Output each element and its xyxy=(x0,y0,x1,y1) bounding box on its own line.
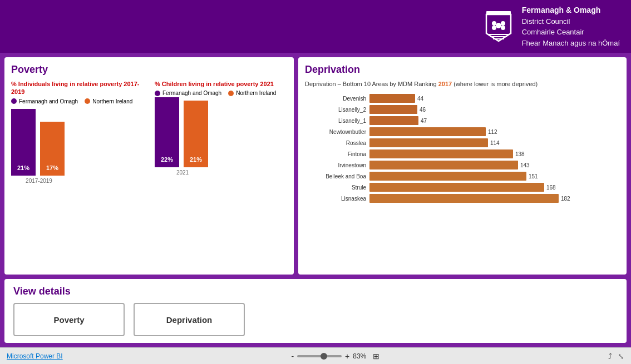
svg-point-8 xyxy=(492,26,496,30)
legend-ni-1: Northern Ireland xyxy=(85,98,132,104)
share-icon[interactable]: ⤴ xyxy=(608,352,612,361)
deprivation-chart: Devenish44Lisanelly_246Lisanelly_147Newt… xyxy=(305,94,620,203)
horiz-bar-fill xyxy=(369,161,518,169)
horiz-bar-label: Lisanelly_1 xyxy=(305,118,366,124)
horiz-bar-fill xyxy=(369,183,544,192)
deprivation-subtitle-pre: Deprivation – Bottom 10 Areas by MDM Ran… xyxy=(305,81,438,87)
horiz-bar-track: 47 xyxy=(369,116,620,125)
poverty-chart2: % Children living in relative poverty 20… xyxy=(155,80,287,187)
legend-dot-orange-2 xyxy=(228,91,234,96)
horiz-bar-fill xyxy=(369,94,415,103)
horiz-bar-fill xyxy=(369,138,488,147)
horiz-bar-value: 182 xyxy=(561,196,570,202)
bar-ni-2-wrap: 21% xyxy=(184,101,208,167)
chart2-subtitle-text: % Children living in relative poverty 20… xyxy=(155,81,274,87)
horiz-bar-label: Lisanelly_2 xyxy=(305,107,366,113)
svg-point-6 xyxy=(492,21,496,26)
zoom-thumb xyxy=(321,353,327,360)
horiz-bar-label: Strule xyxy=(305,185,366,191)
legend-label-fermanagh-1: Fermanagh and Omagh xyxy=(19,98,78,104)
legend-label-ni-2: Northern Ireland xyxy=(236,90,276,96)
zoom-pct: 83% xyxy=(353,352,366,360)
horiz-bar-fill xyxy=(369,127,486,136)
svg-point-7 xyxy=(501,21,505,26)
fit-icon[interactable]: ⊞ xyxy=(373,352,379,361)
org-line4: Fhear Manach agus na hÓmaí xyxy=(522,38,620,49)
chart1-legend: Fermanagh and Omagh Northern Ireland xyxy=(11,98,144,104)
powerbi-link[interactable]: Microsoft Power BI xyxy=(7,352,63,360)
org-line1: Fermanagh & Omagh xyxy=(522,4,620,16)
zoom-slider[interactable] xyxy=(297,355,342,357)
bar-fermanagh-2: 22% xyxy=(155,97,179,167)
horiz-bar-track: 138 xyxy=(369,149,620,158)
horiz-bar-value: 46 xyxy=(420,107,426,113)
detail-buttons: Poverty Deprivation xyxy=(13,303,618,336)
legend-dot-purple-1 xyxy=(11,98,17,104)
bar-ni-1: 17% xyxy=(40,122,65,176)
chart1-subtitle: % Individuals living in relative poverty… xyxy=(11,80,144,96)
bar-fermanagh-2-label: 22% xyxy=(161,156,173,163)
chart2-legend: Fermanagh and Omagh Northern Ireland xyxy=(155,90,287,96)
horiz-bar-track: 151 xyxy=(369,172,620,181)
header: Fermanagh & Omagh District Council Comha… xyxy=(0,0,631,53)
view-details-title: View details xyxy=(13,286,618,297)
deprivation-detail-button[interactable]: Deprivation xyxy=(134,303,245,336)
horiz-bar-value: 138 xyxy=(515,151,525,157)
footer-icons: ⤴ ⤡ xyxy=(608,352,624,361)
horiz-bar-label: Newtownbutler xyxy=(305,129,366,135)
horiz-bar-value: 47 xyxy=(421,118,427,124)
horiz-bar-row: Lisanelly_246 xyxy=(305,105,620,114)
org-line3: Comhairle Ceantair xyxy=(522,27,620,38)
poverty-charts: % Individuals living in relative poverty… xyxy=(11,80,287,187)
horiz-bar-value: 168 xyxy=(546,185,556,191)
zoom-plus[interactable]: + xyxy=(345,352,349,361)
poverty-detail-button[interactable]: Poverty xyxy=(13,303,125,336)
chart1-area: 21% 17% 2017-2019 xyxy=(11,109,144,187)
horiz-bar-fill xyxy=(369,105,417,114)
deprivation-card: Deprivation Deprivation – Bottom 10 Area… xyxy=(298,57,627,275)
footer-bar: Microsoft Power BI - + 83% ⊞ ⤴ ⤡ xyxy=(0,347,631,364)
zoom-minus[interactable]: - xyxy=(291,352,294,361)
horiz-bar-value: 143 xyxy=(520,162,530,168)
horiz-bar-value: 112 xyxy=(488,129,497,135)
horiz-bar-row: Lisanelly_147 xyxy=(305,116,620,125)
horiz-bar-track: 46 xyxy=(369,105,620,114)
svg-point-9 xyxy=(501,26,505,30)
bar-fermanagh-2-wrap: 22% xyxy=(155,97,179,167)
horiz-bar-row: Rosslea114 xyxy=(305,138,620,147)
svg-point-5 xyxy=(496,23,501,28)
legend-ni-2: Northern Ireland xyxy=(228,90,276,96)
horiz-bar-row: Fintona138 xyxy=(305,149,620,158)
chart2-subtitle: % Children living in relative poverty 20… xyxy=(155,80,287,88)
org-name-text: Fermanagh & Omagh District Council Comha… xyxy=(522,4,620,49)
horiz-bar-fill xyxy=(369,172,526,181)
svg-rect-3 xyxy=(501,11,505,13)
logo-area: Fermanagh & Omagh District Council Comha… xyxy=(482,4,620,49)
horiz-bar-label: Rosslea xyxy=(305,140,366,146)
deprivation-title: Deprivation xyxy=(305,64,620,76)
horiz-bar-label: Lisnaskea xyxy=(305,196,366,202)
content-area: Poverty % Individuals living in relative… xyxy=(0,53,631,347)
horiz-bar-track: 143 xyxy=(369,161,620,169)
horiz-bar-value: 151 xyxy=(529,173,538,179)
chart1-subtitle-text: % Individuals living in relative poverty… xyxy=(11,81,139,95)
horiz-bar-track: 182 xyxy=(369,194,620,203)
legend-fermanagh-1: Fermanagh and Omagh xyxy=(11,98,78,104)
bar-fermanagh-1: 21% xyxy=(11,109,36,176)
bar-fermanagh-1-label: 21% xyxy=(17,164,29,171)
fullscreen-icon[interactable]: ⤡ xyxy=(618,352,624,361)
deprivation-subtitle-post: (where lower is more deprived) xyxy=(452,81,538,87)
horiz-bar-track: 168 xyxy=(369,183,620,192)
svg-rect-2 xyxy=(495,11,500,13)
legend-label-ni-1: Northern Ireland xyxy=(92,98,132,104)
footer-zoom: - + 83% ⊞ xyxy=(291,352,379,361)
view-details-card: View details Poverty Deprivation xyxy=(4,279,627,343)
horiz-bar-row: Devenish44 xyxy=(305,94,620,103)
horiz-bar-fill xyxy=(369,149,513,158)
horiz-bar-label: Irvinestown xyxy=(305,162,366,168)
svg-rect-1 xyxy=(490,11,494,13)
horiz-bar-fill xyxy=(369,194,559,203)
horiz-bar-value: 44 xyxy=(417,96,423,102)
deprivation-subtitle-year: 2017 xyxy=(438,81,452,87)
council-logo-icon xyxy=(482,10,515,43)
